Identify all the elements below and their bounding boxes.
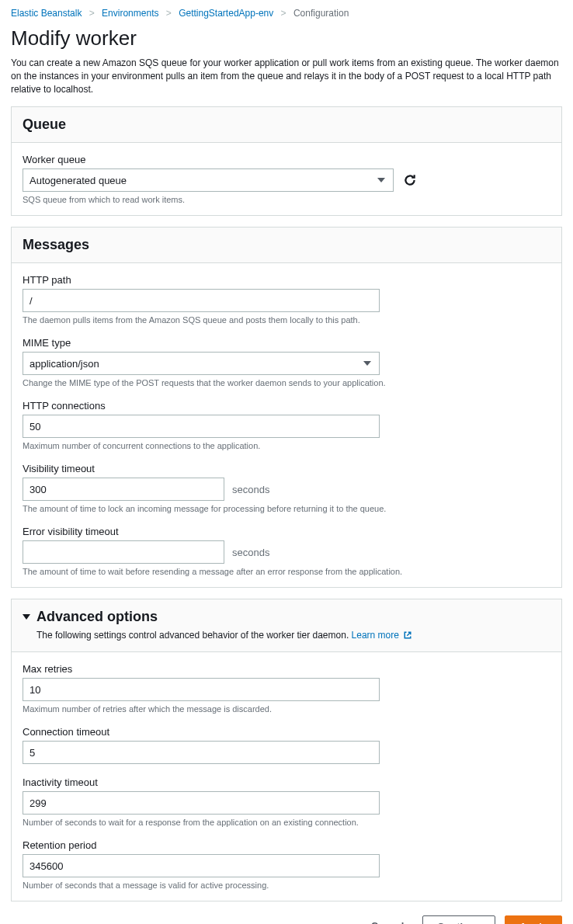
visibility-timeout-label: Visibility timeout [23, 463, 550, 474]
messages-panel: Messages HTTP path The daemon pulls item… [11, 227, 562, 588]
visibility-timeout-help: The amount of time to lock an incoming m… [23, 504, 550, 513]
breadcrumb-configuration: Configuration [293, 8, 349, 19]
page-title: Modify worker [11, 26, 562, 50]
action-buttons: Cancel Continue Apply [0, 912, 573, 924]
continue-button[interactable]: Continue [422, 915, 495, 924]
error-visibility-timeout-input[interactable] [23, 540, 224, 564]
queue-heading: Queue [12, 107, 561, 143]
refresh-icon[interactable] [403, 173, 417, 187]
advanced-options-toggle[interactable]: Advanced options [23, 609, 550, 625]
breadcrumb-app-env[interactable]: GettingStartedApp-env [179, 8, 273, 19]
error-visibility-timeout-unit: seconds [232, 547, 269, 558]
worker-queue-help: SQS queue from which to read work items. [23, 195, 550, 204]
connection-timeout-label: Connection timeout [23, 726, 550, 738]
retention-period-label: Retention period [23, 839, 550, 851]
inactivity-timeout-input[interactable] [23, 791, 380, 815]
worker-queue-label: Worker queue [23, 154, 550, 165]
http-connections-help: Maximum number of concurrent connections… [23, 441, 550, 450]
connection-timeout-input[interactable] [23, 741, 380, 764]
chevron-down-icon [363, 361, 371, 366]
retention-period-input[interactable] [23, 854, 380, 877]
max-retries-help: Maximum number of retries after which th… [23, 704, 550, 714]
page-description: You can create a new Amazon SQS queue fo… [11, 57, 562, 96]
messages-heading: Messages [12, 228, 561, 263]
worker-queue-select[interactable]: Autogenerated queue [23, 168, 394, 192]
error-visibility-timeout-help: The amount of time to wait before resend… [23, 567, 550, 576]
caret-down-icon [23, 614, 30, 620]
retention-period-help: Number of seconds that a message is vali… [23, 881, 550, 890]
http-path-help: The daemon pulls items from the Amazon S… [23, 315, 550, 325]
visibility-timeout-input[interactable] [23, 478, 224, 501]
breadcrumb-environments[interactable]: Environments [102, 8, 158, 19]
http-connections-input[interactable] [23, 415, 380, 438]
advanced-options-subtext: The following settings control advanced … [36, 630, 349, 641]
max-retries-input[interactable] [23, 678, 380, 701]
breadcrumb: Elastic Beanstalk > Environments > Getti… [0, 0, 573, 23]
chevron-down-icon [377, 178, 385, 182]
max-retries-label: Max retries [23, 663, 550, 675]
apply-button[interactable]: Apply [505, 915, 562, 924]
worker-queue-value: Autogenerated queue [30, 175, 127, 186]
mime-type-label: MIME type [23, 337, 550, 349]
external-link-icon [403, 630, 412, 642]
breadcrumb-sep: > [89, 8, 95, 19]
breadcrumb-elastic-beanstalk[interactable]: Elastic Beanstalk [11, 8, 82, 19]
advanced-options-heading: Advanced options [36, 609, 158, 625]
learn-more-link[interactable]: Learn more [352, 630, 413, 641]
mime-type-help: Change the MIME type of the POST request… [23, 378, 550, 387]
queue-panel: Queue Worker queue Autogenerated queue [11, 106, 562, 216]
advanced-options-panel: Advanced options The following settings … [11, 599, 562, 901]
inactivity-timeout-help: Number of seconds to wait for a response… [23, 818, 550, 827]
error-visibility-timeout-label: Error visibility timeout [23, 526, 550, 537]
http-path-input[interactable] [23, 289, 380, 312]
breadcrumb-sep: > [281, 8, 286, 19]
http-path-label: HTTP path [23, 274, 550, 286]
inactivity-timeout-label: Inactivity timeout [23, 776, 550, 788]
mime-type-value: application/json [30, 358, 99, 370]
mime-type-select[interactable]: application/json [23, 352, 380, 375]
http-connections-label: HTTP connections [23, 400, 550, 412]
cancel-button[interactable]: Cancel [362, 915, 414, 924]
visibility-timeout-unit: seconds [232, 484, 269, 495]
breadcrumb-sep: > [166, 8, 172, 19]
